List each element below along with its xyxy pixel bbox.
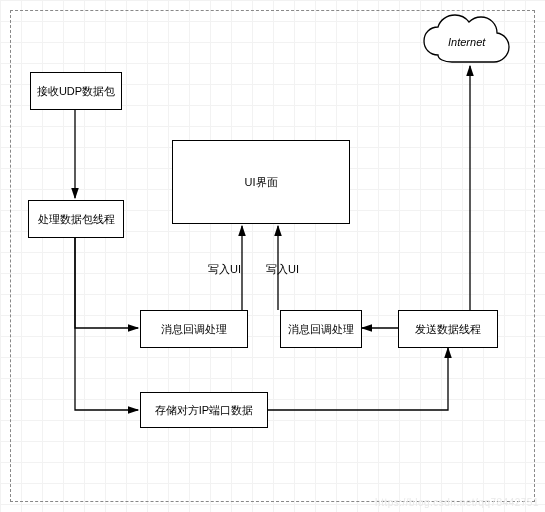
node-msg-cb-right: 消息回调处理 [280, 310, 362, 348]
edge-label-write-ui-2: 写入UI [266, 262, 299, 277]
cloud-label: Internet [448, 36, 485, 48]
node-send-thread: 发送数据线程 [398, 310, 498, 348]
node-store-ip: 存储对方IP端口数据 [140, 392, 268, 428]
node-proc-thread: 处理数据包线程 [28, 200, 124, 238]
watermark: https://blog.csdn.net/qq78442751 [375, 497, 539, 508]
node-recv-udp: 接收UDP数据包 [30, 72, 122, 110]
edge-label-write-ui-1: 写入UI [208, 262, 241, 277]
node-msg-cb-left: 消息回调处理 [140, 310, 248, 348]
node-ui-panel: UI界面 [172, 140, 350, 224]
